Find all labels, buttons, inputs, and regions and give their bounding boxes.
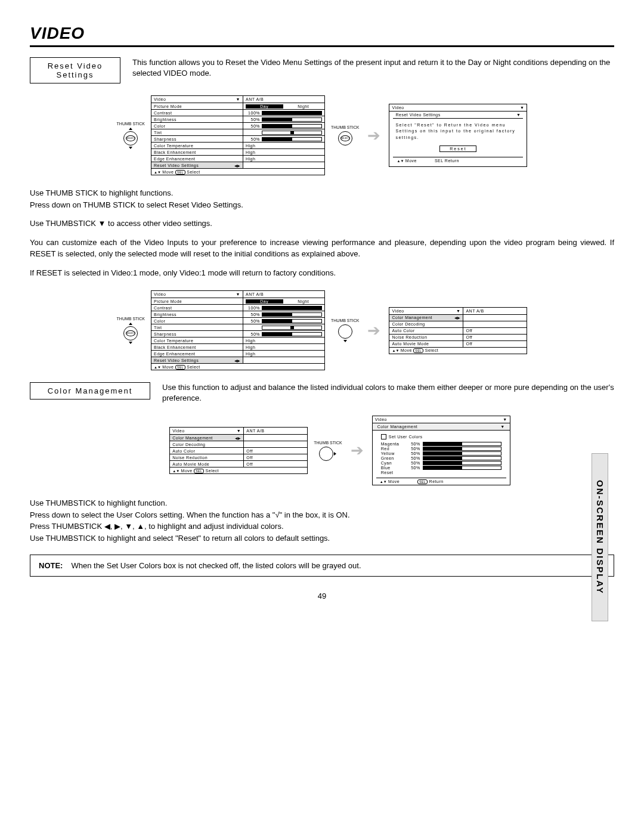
color-reset-button[interactable]: Reset <box>381 470 406 475</box>
thumbstick-icon-2: THUMB STICK SELECT <box>331 125 359 145</box>
set-user-colors-checkbox[interactable] <box>381 434 386 439</box>
color-mgmt-menu-panel-2: Video▼ ANT A/B Color Management◀▶Color D… <box>169 427 308 474</box>
page-number: 49 <box>30 592 614 600</box>
color-mgmt-menu-panel-1: Video▼ ANT A/B Color Management◀▶Color D… <box>389 307 527 354</box>
side-tab: ON-SCREEN DISPLAY <box>592 453 608 621</box>
arrow-icon: ➔ <box>367 126 380 145</box>
reset-video-intro: This function allows you to Reset the Vi… <box>132 57 614 79</box>
color-mgmt-intro: Use this function to adjust and balance … <box>162 382 614 404</box>
note-box: NOTE:When the Set User Colors box is not… <box>30 555 614 577</box>
page-title: VIDEO <box>30 24 614 47</box>
color-adjust-panel: Video▼ Color Management▼ Set User Colors… <box>372 416 510 485</box>
instruction-block-2: Use THUMBSTICK to highlight function. Pr… <box>30 497 614 544</box>
instruction-4: If RESET is selected in Video:1 mode, on… <box>30 267 614 279</box>
thumbstick-icon-4: THUMB STICK <box>331 318 359 342</box>
reset-button[interactable]: Reset <box>439 145 476 152</box>
reset-dialog-panel: Video▼ Reset Video Settings▼ Select "Res… <box>389 104 527 168</box>
video-menu-panel-2: Video▼ ANT A/B Picture ModeDayNightContr… <box>151 290 325 370</box>
thumbstick-icon-1: THUMB STICK SELECT <box>117 122 145 149</box>
instruction-3: You can customize each of the Video Inpu… <box>30 237 614 260</box>
video-menu-panel-1: Video▼ ANT A/B Picture ModeDayNightContr… <box>151 95 325 175</box>
thumbstick-icon-5: THUMB STICK <box>314 441 342 461</box>
thumbstick-icon-3: THUMB STICK SELECT <box>117 317 145 344</box>
reset-video-heading: Reset Video Settings <box>30 57 120 83</box>
arrow-icon: ➔ <box>367 321 380 340</box>
instruction-2: Use THUMBSTICK ▼ to access other video s… <box>30 218 614 230</box>
instruction-block-1: Use THUMB STICK to highlight functions. … <box>30 187 614 210</box>
arrow-icon: ➔ <box>351 441 364 460</box>
color-mgmt-heading: Color Management <box>30 382 150 400</box>
